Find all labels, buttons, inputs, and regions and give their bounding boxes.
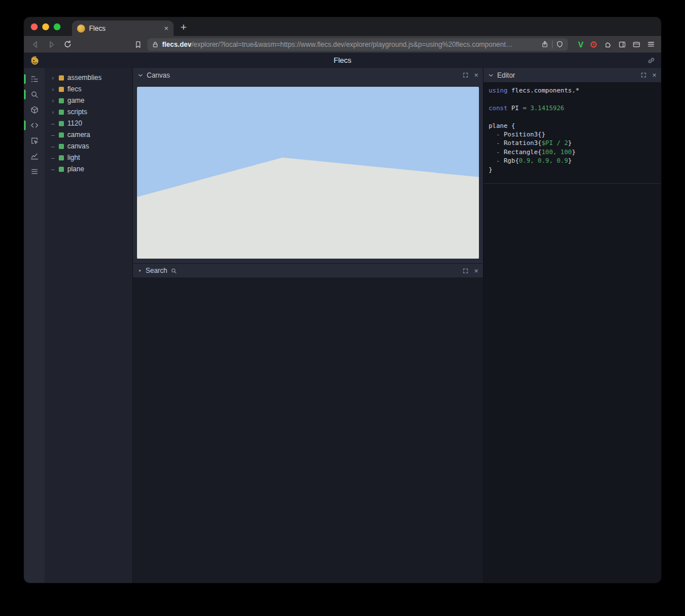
search-icon[interactable] [24,87,45,102]
tree-item[interactable]: –camera [45,129,132,140]
url-domain: flecs.dev [162,41,191,49]
code-line: const PI = 3.1415926 [489,104,656,112]
code-line: plane { [489,122,656,130]
puzzle-icon[interactable] [604,41,612,49]
leaf-dash-icon: – [50,166,55,172]
app-body: ›assemblies›flecs›game›scripts–1120–came… [24,68,661,583]
leaf-dash-icon: – [50,143,55,150]
menu-icon[interactable] [647,40,655,49]
minimize-window-button[interactable] [42,23,49,30]
tree-item[interactable]: –canvas [45,140,132,152]
flecs-app: Flecs ›assemblies›flecs›game›scripts–112… [24,53,661,583]
code-line [489,95,656,103]
tab-title: Flecs [89,25,160,33]
tree-item[interactable]: ›flecs [45,83,132,95]
browser-toolbar: flecs.dev/explorer/?local=true&wasm=http… [24,36,661,53]
record-icon[interactable] [590,41,598,49]
tree-item[interactable]: ›assemblies [45,72,132,83]
tab-close-icon[interactable]: × [164,25,168,32]
tree-item[interactable]: –light [45,152,132,163]
reload-icon[interactable] [61,38,74,51]
entity-label: 1120 [67,119,82,127]
search-icon [171,268,177,274]
tree-item[interactable]: –1120 [45,118,132,129]
urlbar-divider [552,41,553,49]
entity-label: scripts [67,108,87,116]
expand-arrow-icon[interactable]: › [50,97,55,104]
lock-icon [152,41,159,48]
browser-window: Flecs × + flecs.dev/explorer/?local=true… [24,17,661,583]
entity-tree: ›assemblies›flecs›game›scripts–1120–came… [45,68,133,583]
entity-color-swatch [59,155,64,160]
link-icon[interactable] [647,57,655,65]
back-icon[interactable] [29,38,42,51]
tab-favicon-icon [77,25,85,33]
fullscreen-icon[interactable] [462,268,469,274]
close-window-button[interactable] [31,23,38,30]
entity-color-swatch [59,98,64,103]
canvas-panel-header: Canvas × [133,68,483,82]
expand-arrow-icon[interactable]: › [50,74,55,81]
close-icon[interactable]: × [652,71,656,79]
leaf-dash-icon: – [50,131,55,138]
leaf-dash-icon: – [50,154,55,161]
v-extension-icon[interactable]: V [578,40,583,49]
expand-arrow-icon[interactable]: › [50,86,55,92]
tool-sidebar [24,68,45,583]
traffic-lights [31,17,61,36]
collapsed-dot-icon[interactable] [138,268,142,273]
tree-item[interactable]: –plane [45,163,132,175]
close-icon[interactable]: × [474,71,478,79]
browser-tab[interactable]: Flecs × [72,21,174,36]
address-bar[interactable]: flecs.dev/explorer/?local=true&wasm=http… [147,38,568,51]
outliner-icon[interactable] [24,71,45,87]
entity-color-swatch [59,132,64,138]
cube-icon[interactable] [24,102,45,118]
rows-icon[interactable] [24,164,45,179]
code-line: - Rotation3{$PI / 2} [489,139,656,147]
code-editor[interactable]: using flecs.components.* const PI = 3.14… [483,82,661,184]
shield-icon[interactable] [556,41,563,48]
entity-label: flecs [67,85,82,93]
flecs-logo-icon [30,55,40,66]
tree-item[interactable]: ›game [45,95,132,106]
wallet-icon[interactable] [632,41,640,49]
expand-arrow-icon[interactable]: › [50,108,55,115]
editor-empty-area [483,184,661,583]
chart-icon[interactable] [24,148,45,164]
entity-label: camera [67,131,90,139]
fullscreen-icon[interactable] [640,72,647,78]
chevron-down-icon[interactable] [138,73,143,78]
chevron-down-icon[interactable] [488,73,494,78]
code-line: - Position3{} [489,130,656,139]
tree-item[interactable]: ›scripts [45,106,132,118]
url-path: /explorer/?local=true&wasm=https://www.f… [191,41,513,49]
code-line: - Rgb{0.9, 0.9, 0.9} [489,156,656,165]
code-line: using flecs.components.* [489,86,656,95]
search-panel-header: Search × [133,263,483,277]
entity-color-swatch [59,87,64,92]
inspect-icon[interactable] [24,133,45,148]
sidebar-icon[interactable] [618,41,626,49]
entity-label: assemblies [67,74,102,82]
close-icon[interactable]: × [474,267,478,275]
code-line: - Rectangle{100, 100} [489,148,656,156]
entity-label: canvas [67,142,89,150]
zoom-window-button[interactable] [54,23,61,30]
canvas-3d-viewport[interactable] [137,87,479,259]
code-icon[interactable] [24,118,45,133]
forward-icon[interactable] [45,38,58,51]
canvas-panel-title: Canvas [147,71,170,79]
bookmark-icon[interactable] [131,38,145,51]
url-text: flecs.dev/explorer/?local=true&wasm=http… [162,41,538,49]
fullscreen-icon[interactable] [462,72,469,78]
center-column: Canvas × Search [133,68,483,583]
new-tab-button[interactable]: + [180,21,187,34]
share-icon[interactable] [541,41,549,48]
entity-color-swatch [59,167,64,172]
editor-panel-title: Editor [497,71,515,79]
canvas-panel-body [133,82,483,263]
editor-column: Editor × using flecs.components.* const … [483,68,661,583]
code-line: } [489,166,656,174]
entity-label: plane [67,165,84,173]
